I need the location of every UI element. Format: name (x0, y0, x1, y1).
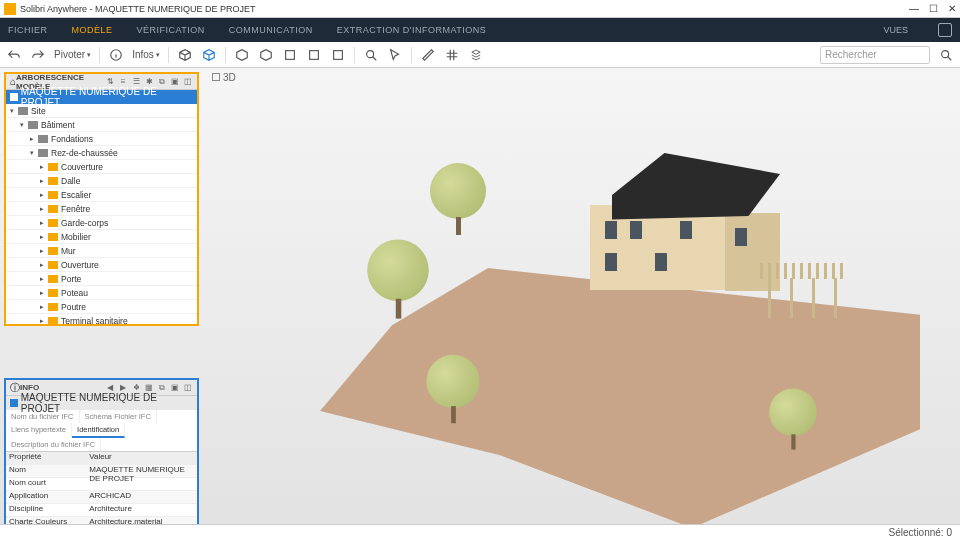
tree-row[interactable]: ▸Mur (6, 244, 197, 258)
tree-row[interactable]: ▸Escalier (6, 188, 197, 202)
close-button[interactable]: ✕ (948, 3, 956, 14)
info-tool-icon[interactable]: ▣ (170, 383, 180, 393)
pivot-dropdown[interactable]: Pivoter▾ (54, 49, 91, 60)
fullscreen-icon[interactable] (938, 23, 952, 37)
tree-tool-icon[interactable]: ⇅ (105, 77, 115, 87)
expand-arrow-icon[interactable]: ▸ (30, 135, 38, 143)
info-panel: ⓘ INFO ◀ ▶ ❖ ▦ ⧉ ▣ ◫ MAQUETTE NUMERIQUE … (4, 378, 199, 540)
expand-arrow-icon[interactable]: ▸ (40, 317, 48, 325)
tree-row[interactable]: ▸Couverture (6, 160, 197, 174)
app-logo-icon (4, 3, 16, 15)
tree-row[interactable]: ▸Ouverture (6, 258, 197, 272)
expand-arrow-icon[interactable]: ▾ (30, 149, 38, 157)
folder-icon (48, 247, 58, 255)
expand-arrow-icon[interactable]: ▸ (40, 261, 48, 269)
info-nav-next-icon[interactable]: ▶ (118, 383, 128, 393)
expand-arrow-icon[interactable]: ▸ (40, 219, 48, 227)
tree-row[interactable]: ▸Mobilier (6, 230, 197, 244)
tree-row[interactable]: ▾Bâtiment (6, 118, 197, 132)
tree-label: Terminal sanitaire (61, 316, 128, 325)
expand-arrow-icon[interactable]: ▸ (40, 163, 48, 171)
cube-wire2-icon[interactable] (258, 47, 274, 63)
cube-icon[interactable] (177, 47, 193, 63)
folder-icon (48, 261, 58, 269)
menu-verification[interactable]: VÉRIFICATION (137, 25, 205, 35)
info-tool-icon[interactable]: ❖ (131, 383, 141, 393)
info-header-key: Propriété (6, 452, 86, 464)
tree-row[interactable]: ▸Fenêtre (6, 202, 197, 216)
layers-icon[interactable] (468, 47, 484, 63)
info-icon[interactable] (108, 47, 124, 63)
expand-arrow-icon[interactable]: ▸ (40, 177, 48, 185)
expand-arrow-icon[interactable]: ▸ (40, 191, 48, 199)
redo-icon[interactable] (30, 47, 46, 63)
tree-row[interactable]: ▸Porte (6, 272, 197, 286)
tree-row[interactable]: ▸Poutre (6, 300, 197, 314)
cursor-icon[interactable] (387, 47, 403, 63)
info-panel-title: INFO (20, 383, 105, 392)
info-val: MAQUETTE NUMERIQUE DE PROJET (86, 465, 197, 477)
folder-icon (48, 317, 58, 325)
expand-arrow-icon[interactable]: ▸ (40, 233, 48, 241)
info-tab[interactable]: Schéma Fichier IFC (80, 410, 157, 423)
tree-root-row[interactable]: MAQUETTE NUMERIQUE DE PROJET (6, 90, 197, 104)
info-tab[interactable]: Identification (72, 423, 125, 438)
tree-label: Porte (61, 274, 81, 284)
tree-tool-icon[interactable]: ✱ (144, 77, 154, 87)
cube-wire-icon[interactable] (234, 47, 250, 63)
zoom-fit-icon[interactable] (363, 47, 379, 63)
info-tool-icon[interactable]: ▦ (144, 383, 154, 393)
tree-row[interactable]: ▸Garde-corps (6, 216, 197, 230)
expand-arrow-icon[interactable]: ▸ (40, 205, 48, 213)
isolate-icon[interactable] (306, 47, 322, 63)
expand-arrow-icon[interactable]: ▸ (40, 275, 48, 283)
tree-tool-icon[interactable]: ◫ (183, 77, 193, 87)
infos-dropdown[interactable]: Infos▾ (132, 49, 160, 60)
tree-row[interactable]: ▾Rez-de-chaussée (6, 146, 197, 160)
search-input[interactable]: Rechercher (820, 46, 930, 64)
grid-icon[interactable] (444, 47, 460, 63)
hide-icon[interactable] (330, 47, 346, 63)
tree-row[interactable]: ▸Poteau (6, 286, 197, 300)
menu-communication[interactable]: COMMUNICATION (229, 25, 313, 35)
tree-row[interactable]: ▸Terminal sanitaire (6, 314, 197, 324)
search-icon[interactable] (938, 47, 954, 63)
expand-arrow-icon[interactable]: ▾ (10, 107, 18, 115)
tree-label: Ouverture (61, 260, 99, 270)
info-tool-icon[interactable]: ⧉ (157, 383, 167, 393)
tree-icon (426, 355, 479, 423)
tree-label: Rez-de-chaussée (51, 148, 118, 158)
tree-tool-icon[interactable]: ≡ (118, 77, 128, 87)
menu-modele[interactable]: MODÈLE (72, 25, 113, 35)
tree-tool-icon[interactable]: ⧉ (157, 77, 167, 87)
tree-row[interactable]: ▸Fondations (6, 132, 197, 146)
minimize-button[interactable]: — (909, 3, 919, 14)
expand-arrow-icon[interactable]: ▸ (40, 247, 48, 255)
folder-icon (48, 205, 58, 213)
info-tab[interactable]: Nom du fichier IFC (6, 410, 80, 423)
tree-label: Mobilier (61, 232, 91, 242)
cube-highlight-icon[interactable] (201, 47, 217, 63)
tree-tool-icon[interactable]: ▣ (170, 77, 180, 87)
measure-icon[interactable] (420, 47, 436, 63)
menu-vues[interactable]: VUES (883, 25, 908, 35)
tree-tool-icon[interactable]: ☰ (131, 77, 141, 87)
tree-label: Escalier (61, 190, 91, 200)
info-tab[interactable]: Liens hypertexte (6, 423, 72, 438)
panel-icon: ⓘ (10, 381, 20, 395)
folder-icon (48, 303, 58, 311)
expand-arrow-icon[interactable]: ▸ (40, 303, 48, 311)
3d-viewport[interactable] (200, 68, 960, 540)
expand-arrow-icon[interactable]: ▸ (40, 289, 48, 297)
menu-extraction[interactable]: EXTRACTION D'INFORMATIONS (337, 25, 487, 35)
info-nav-prev-icon[interactable]: ◀ (105, 383, 115, 393)
undo-icon[interactable] (6, 47, 22, 63)
section-icon[interactable] (282, 47, 298, 63)
maximize-button[interactable]: ☐ (929, 3, 938, 14)
info-tool-icon[interactable]: ◫ (183, 383, 193, 393)
tree-row[interactable]: ▸Dalle (6, 174, 197, 188)
expand-arrow-icon[interactable]: ▾ (20, 121, 28, 129)
menu-fichier[interactable]: FICHIER (8, 25, 48, 35)
main-area: 3D ⌂ ARBORESCENCE MODÈLE ⇅ ≡ ☰ ✱ ⧉ ▣ (0, 68, 960, 540)
info-tab[interactable]: Description du fichier IFC (6, 438, 101, 451)
